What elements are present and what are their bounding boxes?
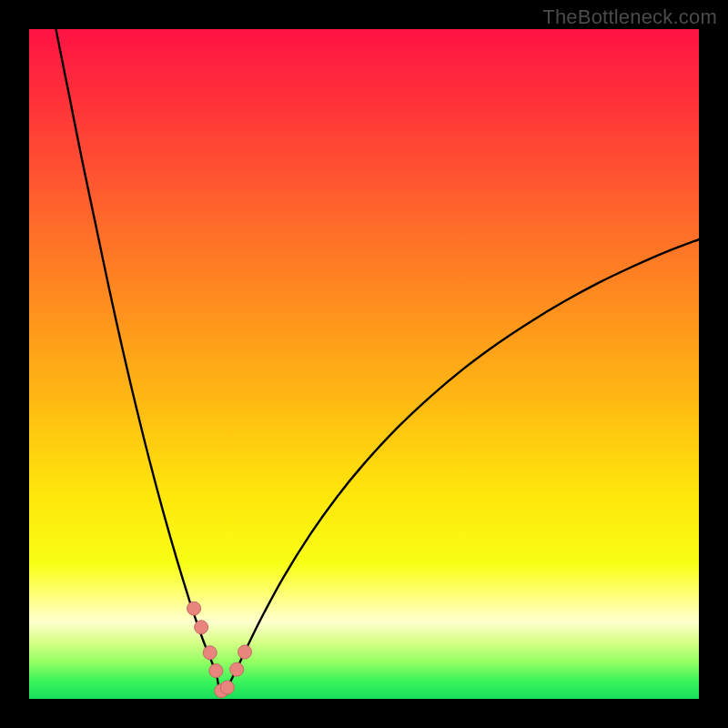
curve-marker — [195, 621, 208, 634]
curve-marker — [230, 662, 244, 676]
chart-frame: TheBottleneck.com — [0, 0, 728, 728]
curve-marker — [187, 602, 201, 615]
curve-marker — [203, 646, 217, 660]
bottleneck-chart — [29, 29, 699, 699]
watermark-text: TheBottleneck.com — [542, 5, 717, 29]
plot-area — [29, 29, 699, 699]
gradient-background — [29, 29, 699, 699]
curve-marker — [220, 681, 234, 694]
curve-marker — [238, 645, 251, 659]
curve-marker — [209, 664, 223, 678]
